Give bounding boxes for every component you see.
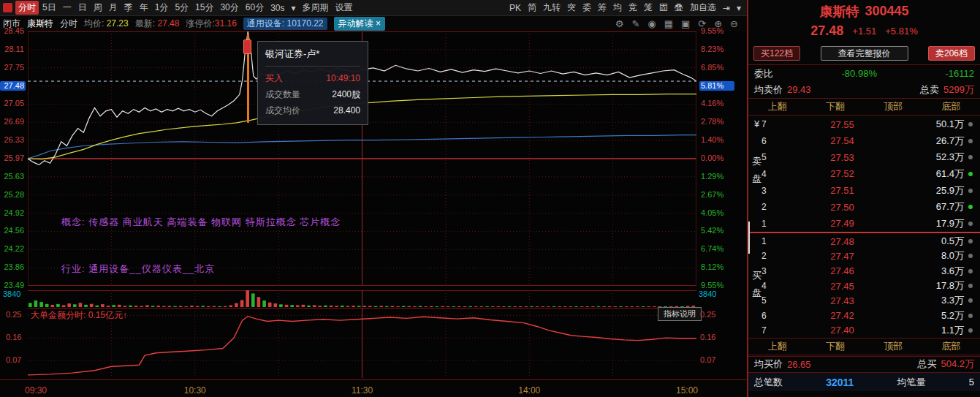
buy-level: 3 [761,266,779,276]
toolbar-tool-item-7[interactable]: 均 [610,1,625,15]
sell-dot-cell [964,205,977,209]
toolbar-tool-item-11[interactable]: 叠 [672,1,686,15]
toolbar-period-item-14[interactable]: 30s [267,2,287,14]
toolbar-end-icon-1[interactable]: ⇥ [720,2,733,14]
sell-row-level-7[interactable]: 727.5550.1万 [760,116,979,133]
nav-page-down-1[interactable]: 下翻 [826,100,845,113]
gear-icon[interactable]: ⚙ [615,18,624,29]
buy-level: 7 [761,325,779,336]
sell-row-level-3[interactable]: 327.5125.9万 [760,182,979,199]
order-queue-dot-gray [968,328,973,333]
nav-top-2[interactable]: 顶部 [884,340,903,353]
tab-anomaly-interpretation[interactable]: 异动解读 × [334,17,385,31]
toolbar-period-item-5[interactable]: 周 [91,1,105,15]
sell-row-level-2[interactable]: 227.5067.7万 [760,199,979,216]
buy-row-level-3[interactable]: 327.463.6万 [760,264,979,279]
toolbar-tool-item-4[interactable]: 突 [564,1,579,15]
nav-top-1[interactable]: 顶部 [884,100,903,113]
toolbar-period-item-1[interactable]: 分时 [15,1,39,15]
sell-row-level-4[interactable]: 427.5261.4万 [760,166,979,183]
toolbar-period-item-17[interactable]: 设置 [333,1,356,15]
volume-chart-svg[interactable] [28,290,696,307]
toolbar-period-item-15[interactable]: ▾ [289,2,299,14]
chart-header: 闭市 康斯特 分时 均价: 27.23 最新: 27.48 涨停价:31.16 … [0,16,747,31]
indicator-help-button[interactable]: 指标说明 [658,307,702,321]
big-order-indicator-svg[interactable] [28,308,696,378]
toolbar-period-item-4[interactable]: 日 [75,1,90,15]
toolbar-period-item-6[interactable]: 月 [106,1,121,15]
sell-dot-cell [964,139,977,143]
sell-levels-button[interactable]: 卖206档 [928,46,975,61]
panel-stock-name: 康斯特 [819,3,859,20]
panel-stock-code: 300445 [865,4,908,19]
buy-row-level-2[interactable]: 227.478.0万 [760,249,979,263]
full-quote-button[interactable]: 查看完整报价 [821,46,908,61]
toolbar-tool-item-1[interactable]: PK [506,2,524,14]
volume-bar [513,306,517,307]
toolbar-period-item-3[interactable]: 一 [60,1,75,15]
sell-row-level-5[interactable]: 527.5352.3万 [760,149,979,166]
volume-bar [424,306,428,307]
buy-row-level-7[interactable]: 727.401.1万 [760,323,979,338]
volume-bar [279,304,283,307]
buy-row-level-6[interactable]: 627.425.2万 [760,308,979,322]
buy-row-level-4[interactable]: 427.4517.8万 [760,279,979,293]
nav-page-up-2[interactable]: 上翻 [768,340,787,353]
toolbar-period-item-16[interactable]: 多周期 [300,1,332,15]
toolbar-tool-item-12[interactable]: 加自选 [687,1,719,15]
toolbar-tool-item-2[interactable]: 简 [525,1,539,15]
toolbar-end-icon-2[interactable]: ▾ [734,2,744,14]
pct-axis-label-2: 8.23% [699,45,734,54]
toolbar-period-item-10[interactable]: 5分 [172,1,191,15]
volume-bar [402,306,406,307]
toolbar-period-item-9[interactable]: 1分 [152,1,172,15]
toolbar-tool-item-9[interactable]: 笼 [641,1,656,15]
sell-row-level-6[interactable]: 627.5426.7万 [760,133,979,150]
volume-bar [324,306,327,307]
buy-levels-button[interactable]: 买122档 [753,46,800,61]
sell-row-level-1[interactable]: 127.4917.9万 [760,215,979,232]
toolbar-period-item-8[interactable]: 年 [137,1,151,15]
toolbar-period-item-2[interactable]: 5日 [39,1,59,15]
time-label-5: 15:00 [666,385,698,396]
toolbar-period-item-12[interactable]: 30分 [217,1,241,15]
volume-bar [262,300,266,307]
toolbar-tool-item-10[interactable]: 固 [656,1,671,15]
toolbar-tool-item-5[interactable]: 委 [580,1,594,15]
sector-index-chip[interactable]: 通用设备: 10170.22 [243,18,327,30]
nav-page-up-1[interactable]: 上翻 [768,100,787,113]
pen-icon[interactable]: ✎ [631,18,639,29]
volume-bar [246,290,249,307]
toolbar-tool-item-6[interactable]: 筹 [595,1,609,15]
panel-icon[interactable]: ▣ [681,18,690,29]
nav-bottom-2[interactable]: 底部 [941,340,960,353]
grid-icon[interactable]: ▦ [664,18,673,29]
price-axis-label-14: 23.86 [0,262,26,272]
sell-dot-cell [964,172,977,176]
volume-bar [173,306,177,307]
total-buy-value: 504.2万 [941,358,974,371]
buy-row-level-5[interactable]: 527.433.3万 [760,293,979,308]
trade-event-badge[interactable] [243,39,251,54]
buy-dot-cell [964,254,977,258]
toolbar-period-item-11[interactable]: 15分 [192,1,216,15]
toolbar-period-item-7[interactable]: 季 [121,1,136,15]
tab-close-icon[interactable]: × [376,18,381,29]
price-axis-label-2: 28.11 [0,45,26,54]
nav-bottom-1[interactable]: 底部 [941,100,960,113]
toolbar-tool-item-8[interactable]: 竞 [626,1,640,15]
buy-row-level-1[interactable]: 127.480.5万 [760,234,979,249]
volume-bar [591,306,595,307]
eye-icon[interactable]: ◉ [647,18,656,29]
nav-page-down-2[interactable]: 下翻 [826,340,845,353]
toolbar-period-item-13[interactable]: 60分 [243,1,267,15]
pct-axis-label-4: 5.81% [699,81,734,91]
volume-bar [302,305,305,307]
order-queue-dot-green [968,172,973,176]
pct-axis-label-8: 0.00% [699,154,734,163]
volume-scale-left: 3840 [3,290,20,298]
app-logo-icon[interactable] [3,3,12,12]
toolbar-tool-item-3[interactable]: 九转 [540,1,563,15]
volume-bar [597,306,601,307]
volume-bar [452,306,456,307]
